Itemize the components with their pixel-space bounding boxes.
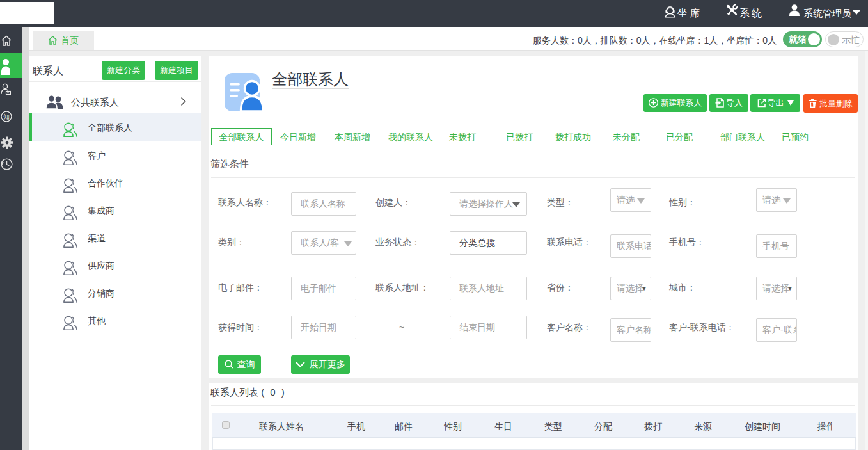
svg-text:知: 知 [3, 113, 10, 120]
